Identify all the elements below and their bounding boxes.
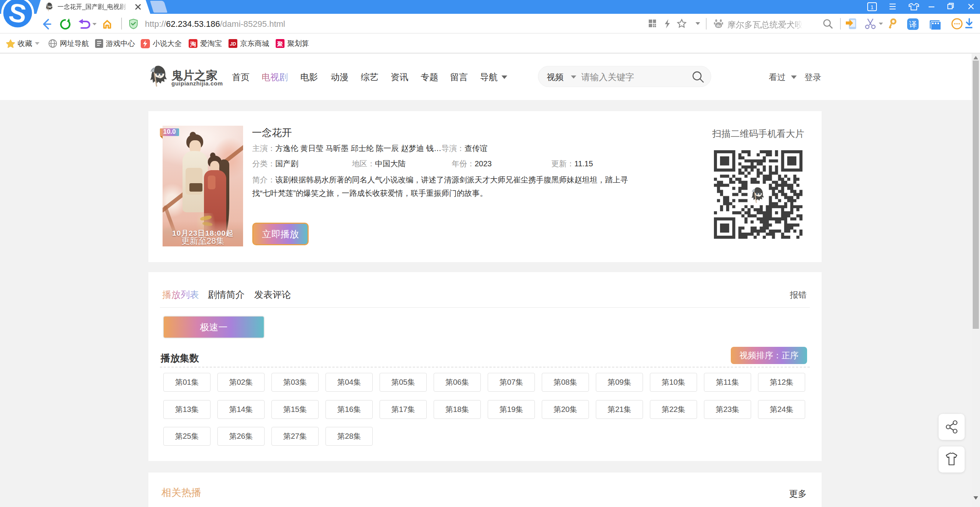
svg-text:译: 译 <box>909 20 917 29</box>
svg-text:du: du <box>717 24 721 28</box>
svg-text:1: 1 <box>870 4 873 10</box>
svg-text:聚: 聚 <box>277 41 283 47</box>
svg-text:JD: JD <box>230 41 236 47</box>
svg-text:淘: 淘 <box>190 41 196 47</box>
